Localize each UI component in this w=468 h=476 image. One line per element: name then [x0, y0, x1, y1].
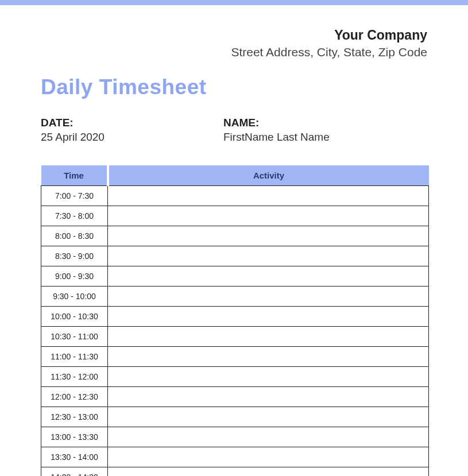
- company-name: Your Company: [41, 27, 427, 44]
- activity-cell[interactable]: [108, 427, 429, 447]
- activity-cell[interactable]: [108, 206, 429, 226]
- table-row: 9:00 - 9:30: [41, 266, 429, 287]
- time-cell: 7:00 - 7:30: [41, 186, 108, 206]
- activity-cell[interactable]: [108, 287, 429, 307]
- table-row: 13:30 - 14:00: [41, 447, 429, 467]
- date-block: DATE: 25 April 2020: [41, 117, 223, 144]
- table-row: 7:00 - 7:30: [41, 186, 429, 206]
- table-row: 11:00 - 11:30: [41, 347, 429, 367]
- activity-cell[interactable]: [108, 447, 429, 467]
- activity-cell[interactable]: [108, 246, 429, 266]
- activity-cell[interactable]: [108, 347, 429, 367]
- activity-cell[interactable]: [108, 226, 429, 246]
- time-cell: 14:00 - 14:30: [41, 467, 108, 476]
- table-row: 12:00 - 12:30: [41, 387, 429, 407]
- date-value: 25 April 2020: [41, 131, 223, 144]
- activity-cell[interactable]: [108, 307, 429, 327]
- activity-column-header: Activity: [108, 165, 429, 186]
- timesheet-table: Time Activity 7:00 - 7:307:30 - 8:008:00…: [41, 165, 429, 476]
- table-row: 8:30 - 9:00: [41, 246, 429, 266]
- time-column-header: Time: [41, 165, 108, 186]
- top-accent-bar: [0, 0, 468, 5]
- activity-cell[interactable]: [108, 266, 429, 287]
- table-row: 7:30 - 8:00: [41, 206, 429, 226]
- page-title: Daily Timesheet: [41, 75, 427, 99]
- info-row: DATE: 25 April 2020 NAME: FirstName Last…: [41, 117, 427, 144]
- company-address: Street Address, City, State, Zip Code: [41, 45, 427, 59]
- table-row: 11:30 - 12:00: [41, 367, 429, 387]
- table-row: 10:00 - 10:30: [41, 307, 429, 327]
- time-cell: 13:00 - 13:30: [41, 427, 108, 447]
- time-cell: 12:30 - 13:00: [41, 407, 108, 427]
- time-cell: 9:30 - 10:00: [41, 287, 108, 307]
- table-header-row: Time Activity: [41, 165, 429, 186]
- page-content: Your Company Street Address, City, State…: [0, 27, 468, 476]
- time-cell: 7:30 - 8:00: [41, 206, 108, 226]
- activity-cell[interactable]: [108, 387, 429, 407]
- time-cell: 8:00 - 8:30: [41, 226, 108, 246]
- activity-cell[interactable]: [108, 327, 429, 347]
- activity-cell[interactable]: [108, 186, 429, 206]
- table-row: 8:00 - 8:30: [41, 226, 429, 246]
- activity-cell[interactable]: [108, 467, 429, 476]
- time-cell: 10:00 - 10:30: [41, 307, 108, 327]
- time-cell: 9:00 - 9:30: [41, 266, 108, 287]
- table-row: 13:00 - 13:30: [41, 427, 429, 447]
- name-value: FirstName Last Name: [223, 131, 330, 144]
- time-cell: 8:30 - 9:00: [41, 246, 108, 266]
- activity-cell[interactable]: [108, 367, 429, 387]
- time-cell: 11:30 - 12:00: [41, 367, 108, 387]
- activity-cell[interactable]: [108, 407, 429, 427]
- name-label: NAME:: [223, 117, 330, 129]
- time-cell: 12:00 - 12:30: [41, 387, 108, 407]
- table-row: 10:30 - 11:00: [41, 327, 429, 347]
- table-row: 12:30 - 13:00: [41, 407, 429, 427]
- company-header: Your Company Street Address, City, State…: [41, 27, 427, 59]
- date-label: DATE:: [41, 117, 223, 129]
- time-cell: 10:30 - 11:00: [41, 327, 108, 347]
- time-cell: 13:30 - 14:00: [41, 447, 108, 467]
- name-block: NAME: FirstName Last Name: [223, 117, 330, 144]
- table-row: 9:30 - 10:00: [41, 287, 429, 307]
- table-row: 14:00 - 14:30: [41, 467, 429, 476]
- time-cell: 11:00 - 11:30: [41, 347, 108, 367]
